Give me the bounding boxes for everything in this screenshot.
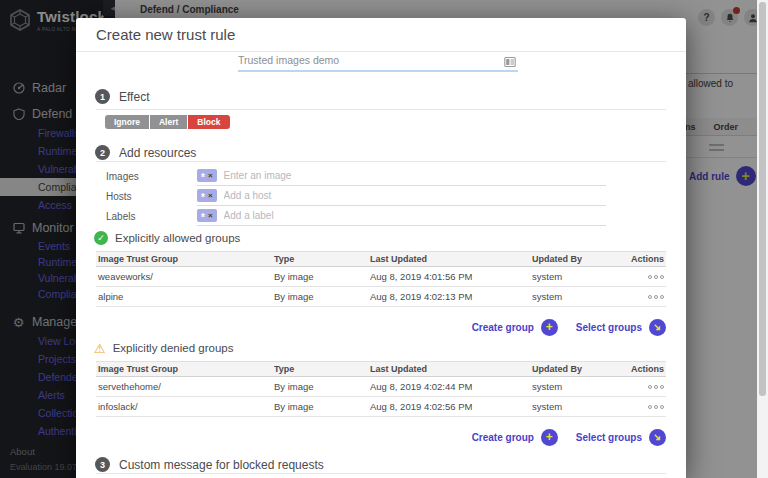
cell-updated: Aug 8, 2019 4:01:56 PM [370,271,532,282]
actions-menu-icon[interactable] [648,295,664,299]
step-1-label: Effect [119,90,149,104]
plus-icon: + [546,431,553,443]
allowed-groups-title: Explicitly allowed groups [115,232,240,244]
table-row: weaveworks/ By image Aug 8, 2019 4:01:56… [96,267,666,287]
chip-remove-icon[interactable]: × [208,171,213,180]
actions-menu-icon[interactable] [648,405,664,409]
labels-input-wrap: * × [197,206,606,226]
actions-menu-icon[interactable] [648,275,664,279]
step-3-label: Custom message for blocked requests [119,458,324,472]
diagonal-arrow-icon [653,433,662,442]
table-header-row: Image Trust Group Type Last Updated Upda… [96,251,666,267]
step-1-header: 1 Effect [95,89,149,104]
images-input[interactable] [224,170,606,181]
hosts-input[interactable] [224,190,606,201]
select-groups-link[interactable]: Select groups [576,322,642,333]
labels-label: Labels [106,211,197,222]
cell-type: By image [274,291,370,302]
cell-by: system [532,401,616,412]
step-3-header: 3 Custom message for blocked requests [95,457,324,472]
select-groups-button[interactable] [649,319,666,336]
create-group-button[interactable]: + [541,319,558,336]
cell-group: alpine [96,291,274,302]
allowed-groups-header: ✓ Explicitly allowed groups [94,231,240,245]
table-row: infoslack/ By image Aug 8, 2019 4:02:56 … [96,397,666,417]
denied-groups-table: Image Trust Group Type Last Updated Upda… [96,361,666,417]
hosts-resource-row: Hosts * × [106,186,606,206]
step-2-header: 2 Add resources [95,145,196,160]
allowed-groups-actions: Create group + Select groups [472,318,666,336]
cell-group: weaveworks/ [96,271,274,282]
labels-input[interactable] [224,210,606,221]
modal-title: Create new trust rule [96,26,235,43]
cell-group: servethehome/ [96,381,274,392]
col-actions: Actions [616,254,666,264]
labels-resource-row: Labels * × [106,206,606,226]
effect-block-button[interactable]: Block [188,115,229,129]
page-scrollbar[interactable] [757,0,768,478]
rule-name-field [238,50,518,72]
create-group-link[interactable]: Create group [472,322,534,333]
step-2-number: 2 [95,145,110,160]
chip-remove-icon[interactable]: × [208,211,213,220]
effect-toggle-group: Ignore Alert Block [105,115,230,129]
hosts-label: Hosts [106,191,197,202]
table-row: alpine By image Aug 8, 2019 4:02:13 PM s… [96,287,666,307]
step-1-number: 1 [95,89,110,104]
col-updated-by: Updated By [532,254,616,264]
check-circle-icon: ✓ [94,231,108,245]
wildcard-chip: * × [197,209,217,222]
cell-updated: Aug 8, 2019 4:02:44 PM [370,381,532,392]
cell-updated: Aug 8, 2019 4:02:13 PM [370,291,532,302]
wildcard-chip: * × [197,189,217,202]
plus-icon: + [546,321,553,333]
wildcard-label: * [201,213,205,222]
col-last-updated: Last Updated [370,364,532,374]
step-2-label: Add resources [119,146,196,160]
create-group-link[interactable]: Create group [472,432,534,443]
chip-remove-icon[interactable]: × [208,191,213,200]
cell-by: system [532,271,616,282]
col-last-updated: Last Updated [370,254,532,264]
effect-ignore-button[interactable]: Ignore [105,115,149,129]
images-label: Images [106,171,197,182]
col-image-trust-group: Image Trust Group [96,364,274,374]
template-form-icon[interactable] [504,54,516,72]
cell-by: system [532,381,616,392]
rule-name-input[interactable] [238,54,494,66]
col-updated-by: Updated By [532,364,616,374]
images-input-wrap: * × [197,166,606,186]
actions-menu-icon[interactable] [648,385,664,389]
col-type: Type [274,254,370,264]
denied-groups-title: Explicitly denied groups [113,342,234,354]
col-image-trust-group: Image Trust Group [96,254,274,264]
table-header-row: Image Trust Group Type Last Updated Upda… [96,361,666,377]
divider [96,161,666,162]
col-actions: Actions [616,364,666,374]
col-type: Type [274,364,370,374]
divider [96,473,666,474]
wildcard-chip: * × [197,169,217,182]
select-groups-button[interactable] [649,429,666,446]
warning-triangle-icon: ⚠ [94,342,106,355]
images-resource-row: Images * × [106,166,606,186]
cell-updated: Aug 8, 2019 4:02:56 PM [370,401,532,412]
hosts-input-wrap: * × [197,186,606,206]
cell-group: infoslack/ [96,401,274,412]
cell-type: By image [274,381,370,392]
create-trust-rule-modal: Create new trust rule 1 Effect Ignore Al… [76,18,686,478]
denied-groups-header: ⚠ Explicitly denied groups [94,341,233,355]
step-3-number: 3 [95,457,110,472]
cell-type: By image [274,271,370,282]
allowed-groups-table: Image Trust Group Type Last Updated Upda… [96,251,666,307]
diagonal-arrow-icon [653,323,662,332]
cell-type: By image [274,401,370,412]
table-row: servethehome/ By image Aug 8, 2019 4:02:… [96,377,666,397]
denied-groups-actions: Create group + Select groups [472,428,666,446]
create-group-button[interactable]: + [541,429,558,446]
effect-alert-button[interactable]: Alert [150,115,187,129]
divider [96,109,666,110]
cell-by: system [532,291,616,302]
scrollbar-thumb[interactable] [759,2,766,396]
select-groups-link[interactable]: Select groups [576,432,642,443]
